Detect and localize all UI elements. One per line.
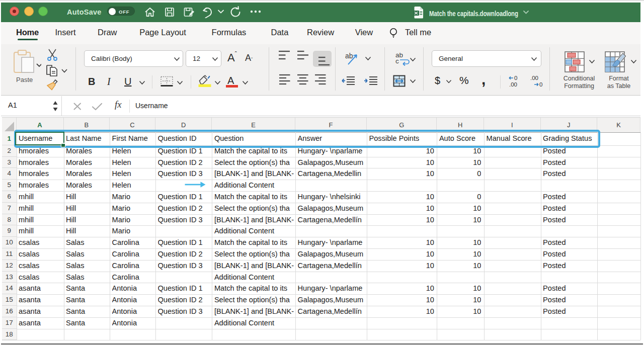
svg-text:.00: .00 [530,75,538,81]
svg-text:0: 0 [539,81,542,88]
svg-text:.00: .00 [509,81,517,88]
svg-text:0: 0 [514,75,517,81]
